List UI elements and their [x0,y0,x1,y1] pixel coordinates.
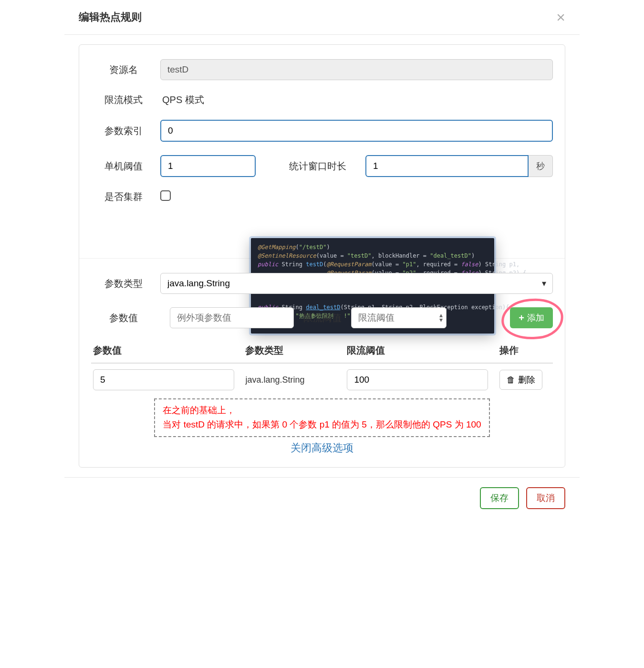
cell-limit-input[interactable] [347,369,488,390]
col-type: 参数类型 [243,340,345,363]
checkbox-cluster[interactable] [160,190,171,201]
col-limit: 限流阈值 [345,340,497,363]
label-resource: 资源名 [91,63,160,76]
add-button-label: 添加 [527,312,544,324]
col-value: 参数值 [91,340,243,363]
modal-body: 资源名 限流模式 QPS 模式 参数索引 单机阈值 统 [64,35,580,468]
input-threshold[interactable] [160,155,256,177]
row-cluster: 是否集群 [91,190,553,203]
label-param-type: 参数类型 [91,277,160,290]
row-exception-add: 参数值 限流阈值 ▴▾ + 添加 [91,307,553,328]
value-mode: QPS 模式 [160,94,553,106]
select-param-type[interactable] [160,273,553,294]
label-limit-threshold: 限流阈值 [303,312,342,324]
form-panel: 资源名 限流模式 QPS 模式 参数索引 单机阈值 统 [79,44,565,468]
input-exception-value[interactable] [170,307,294,328]
annotation-note: 在之前的基础上， 当对 testD 的请求中，如果第 0 个参数 p1 的值为 … [154,398,489,437]
table-row: java.lang.String 🗑 删除 [91,363,553,396]
number-stepper-icon[interactable]: ▴▾ [439,313,443,323]
label-param-index: 参数索引 [91,125,160,137]
save-button[interactable]: 保存 [480,487,519,509]
edit-hotspot-rule-modal: 编辑热点规则 × 资源名 限流模式 QPS 模式 参数索引 [64,0,580,521]
input-limit-threshold[interactable] [351,307,447,328]
modal-header: 编辑热点规则 × [64,0,580,35]
col-op: 操作 [498,340,553,363]
label-threshold: 单机阈值 [91,160,160,173]
annotation-line2: 当对 testD 的请求中，如果第 0 个参数 p1 的值为 5，那么限制他的 … [163,418,481,432]
label-param-value: 参数值 [91,312,160,324]
modal-footer: 保存 取消 [64,477,580,521]
delete-label: 删除 [518,374,535,386]
modal-title: 编辑热点规则 [79,10,142,24]
exception-table: 参数值 参数类型 限流阈值 操作 java.lang.String 🗑 [91,340,553,396]
add-button[interactable]: + 添加 [510,307,553,328]
row-param-index: 参数索引 [91,120,553,142]
input-window[interactable] [365,155,529,177]
row-threshold-window: 单机阈值 统计窗口时长 秒 [91,155,553,177]
plus-icon: + [519,313,524,324]
input-resource[interactable] [160,59,553,80]
annotation-line1: 在之前的基础上， [163,403,481,418]
row-mode: 限流模式 QPS 模式 [91,94,553,106]
cell-type: java.lang.String [245,375,304,385]
unit-seconds: 秒 [529,155,553,177]
input-param-index[interactable] [160,120,553,142]
close-icon[interactable]: × [556,10,565,25]
label-window: 统计窗口时长 [270,160,365,173]
cell-value-input[interactable] [93,369,234,390]
cancel-button[interactable]: 取消 [526,487,565,509]
row-resource: 资源名 [91,59,553,80]
label-mode: 限流模式 [91,94,160,106]
row-param-type: 参数类型 ▾ [91,273,553,294]
trash-icon: 🗑 [507,375,515,385]
toggle-advanced-link[interactable]: 关闭高级选项 [91,441,553,455]
label-cluster: 是否集群 [91,190,160,203]
delete-button[interactable]: 🗑 删除 [499,370,542,390]
